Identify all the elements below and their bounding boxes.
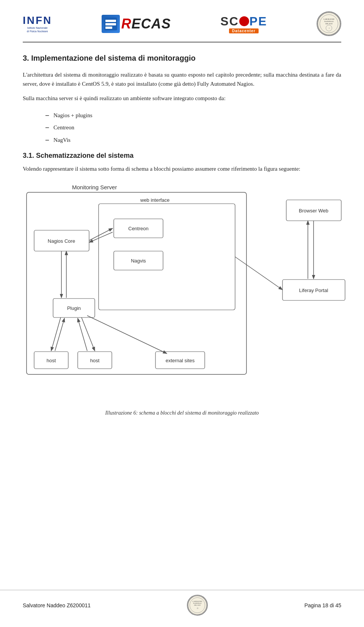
architecture-diagram: Monitoring Server web interface Nagios C… [23,181,349,401]
infn-letters-text: INFN [23,14,52,27]
svg-rect-2 [105,23,116,25]
subsection-paragraph: Volendo rappresentare il sistema sotto f… [23,164,341,173]
component-list: – Nagios + plugins – Centreon – NagVis [46,109,341,146]
section-title-text: Implementazione del sistema di monitorag… [31,54,195,62]
infn-sub-text: Istituto Nazionaledi Fisica Nucleare [27,27,48,33]
centreon-label: Centreon [128,226,148,231]
diagram-container: Monitoring Server web interface Nagios C… [23,181,349,402]
list-item-2-text: Centreon [53,123,74,133]
subsection-title: 3.1. Schematizzazione del sistema [23,152,341,160]
svg-line-29 [55,318,64,351]
section-number: 3. [23,54,29,62]
list-item-3-text: NagVis [53,135,71,145]
svg-text:DEL SUD: DEL SUD [325,23,333,25]
svg-line-30 [78,318,87,351]
header-logos: INFN Istituto Nazionaledi Fisica Nuclear… [23,11,341,42]
svg-text:⚛: ⚛ [196,607,199,610]
svg-line-26 [51,317,61,351]
section-title: 3. Implementazione del sistema di monito… [23,54,341,63]
svg-line-28 [87,316,167,354]
subsection-number: 3.1. [23,152,34,159]
svg-text:LABORATORI: LABORATORI [323,18,334,20]
nagvis-label: Nagvis [131,258,146,264]
infn-logo: INFN Istituto Nazionaledi Fisica Nuclear… [23,14,52,33]
scope-top: SCPE [220,14,267,28]
right-circular-logo: LABORATORI NAZIONALI DEL SUD ⚛ [317,11,341,36]
diagram-caption: Illustrazione 6: schema a blocchi del si… [23,410,341,416]
footer-page: Pagina 18 di 45 [304,602,341,608]
list-dash-1: – [46,109,49,121]
footer: Salvatore Naddeo Z6200011 LABORATORI NAZ… [0,590,364,616]
svg-text:DEL SUD: DEL SUD [195,604,201,606]
scope-bottom: Datacenter [229,28,259,33]
svg-line-23 [89,232,113,242]
svg-line-22 [89,228,113,240]
scope-logo: SCPE Datacenter [220,14,267,33]
list-item: – NagVis [46,134,341,146]
recas-logo: RECAS [102,15,171,33]
svg-rect-1 [105,20,116,22]
list-dash-2: – [46,121,49,133]
external-sites-label: external sites [166,358,195,363]
browser-web-label: Browser Web [299,208,328,214]
plugin-label: Plugin [67,305,81,311]
svg-rect-12 [99,204,235,310]
web-interface-label: web interface [140,197,169,203]
monitoring-server-label: Monitoring Server [72,184,117,190]
footer-author: Salvatore Naddeo Z6200011 [23,602,91,608]
svg-text:⚛: ⚛ [328,27,330,29]
svg-line-27 [82,317,95,351]
list-item: – Centreon [46,121,341,133]
list-item-1-text: Nagios + plugins [53,110,93,121]
svg-rect-3 [105,27,112,29]
footer-logo: LABORATORI NAZIONALI DEL SUD ⚛ [187,595,208,616]
list-item: – Nagios + plugins [46,109,341,121]
list-dash-3: – [46,134,49,146]
host1-label: host [47,358,56,363]
paragraph-1: L'architettura del sistema di monitoragg… [23,70,341,88]
nagios-core-label: Nagios Core [48,238,75,244]
recas-text: RECAS [121,16,171,32]
recas-icon [102,15,120,33]
svg-rect-11 [27,192,246,374]
liferay-portal-label: Liferay Portal [299,288,328,293]
host2-label: host [90,358,100,363]
paragraph-2: Sulla macchina server si è quindi realiz… [23,94,341,103]
svg-text:NAZIONALI: NAZIONALI [324,20,334,22]
subsection-title-text: Schematizzazione del sistema [36,152,133,159]
svg-line-31 [235,257,282,290]
